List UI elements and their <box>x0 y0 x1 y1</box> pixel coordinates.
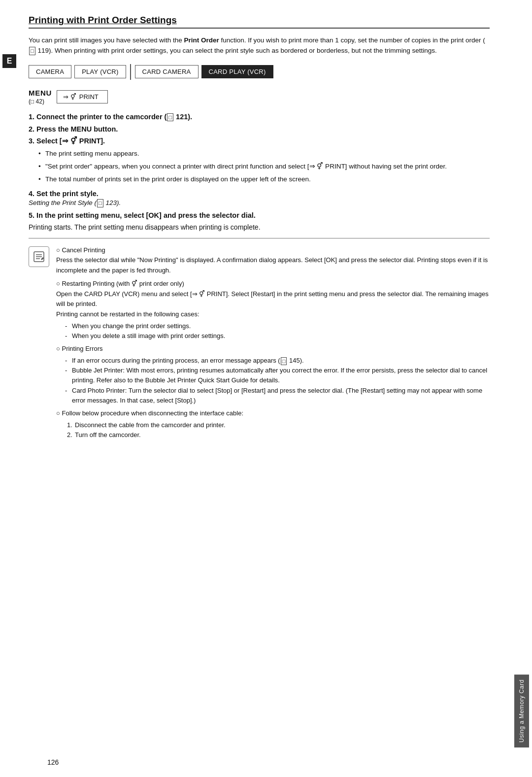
restarting-body: Open the CARD PLAY (VCR) menu and select… <box>56 290 489 308</box>
menu-row: MENU (□ 42) ⇒ ⚥ PRINT <box>29 89 490 105</box>
sidebar-label: Using a Memory Card <box>514 675 529 747</box>
step-2: 2. Press the MENU button. <box>29 125 490 133</box>
note-cancel-printing: ○ Cancel Printing Press the selector dia… <box>56 245 490 276</box>
restarting-sub: Printing cannot be restarted in the foll… <box>56 310 200 318</box>
divider <box>29 238 490 238</box>
restarting-title: ○ Restarting Printing (with ⚥ print orde… <box>56 280 184 287</box>
note-disconnect-procedure: ○ Follow below procedure when disconnect… <box>56 408 490 440</box>
tab-card-play-vcr[interactable]: CARD PLAY (VCR) <box>201 65 273 78</box>
step-3-bullets: The print setting menu appears. "Set pri… <box>38 149 490 185</box>
restarting-dash-list: When you change the print order settings… <box>65 321 490 341</box>
page-number: 126 <box>47 758 59 766</box>
error-dash-1: If an error occurs during the printing p… <box>65 356 490 366</box>
errors-title: ○ Printing Errors <box>56 345 103 352</box>
step-4-sub: Setting the Print Style (□ 123). <box>29 199 490 207</box>
tab-card-camera[interactable]: CARD CAMERA <box>135 65 199 78</box>
disconnect-title: ○ Follow below procedure when disconnect… <box>56 409 243 417</box>
cancel-printing-title: ○ Cancel Printing <box>56 246 105 254</box>
step-3-title: 3. Select [⇒ ⚥ PRINT]. <box>29 137 490 145</box>
mode-tabs: CAMERA PLAY (VCR) CARD CAMERA CARD PLAY … <box>29 64 490 80</box>
bullet-2: "Set print order" appears, when you conn… <box>38 162 490 172</box>
step-5-title: 5. In the print setting menu, select [OK… <box>29 211 490 219</box>
right-sidebar: Using a Memory Card <box>514 0 532 777</box>
page-title: Printing with Print Order Settings <box>29 15 490 29</box>
steps-section: 1. Connect the printer to the camcorder … <box>29 113 490 231</box>
print-arrow-icon: ⇒ ⚥ <box>63 93 76 101</box>
cancel-printing-body: Press the selector dial while "Now Print… <box>56 256 488 274</box>
error-dash-3: Card Photo Printer: Turn the selector di… <box>65 386 490 405</box>
menu-label: MENU <box>29 89 52 97</box>
step-5-sub: Printing starts. The print setting menu … <box>29 223 490 231</box>
note-icon <box>29 246 49 267</box>
content-area: Printing with Print Order Settings You c… <box>19 0 514 777</box>
restart-dash-2: When you delete a still image with print… <box>65 331 490 341</box>
step-4-title: 4. Set the print style. <box>29 190 490 198</box>
tab-separator <box>130 64 131 80</box>
menu-box: ⇒ ⚥ PRINT <box>57 90 108 103</box>
menu-box-text: PRINT <box>79 93 99 101</box>
menu-sub: (□ 42) <box>29 98 44 105</box>
disconnect-step-2: 2.Turn off the camcorder. <box>67 430 490 440</box>
note-content: ○ Cancel Printing Press the selector dia… <box>56 245 490 443</box>
bullet-3: The total number of prints set in the pr… <box>38 174 490 185</box>
tab-camera[interactable]: CAMERA <box>29 65 71 78</box>
e-label: E <box>2 54 16 68</box>
intro-paragraph: You can print still images you have sele… <box>29 35 490 56</box>
bullet-1: The print setting menu appears. <box>38 149 490 159</box>
tab-play-vcr[interactable]: PLAY (VCR) <box>74 65 126 78</box>
note-restarting-printing: ○ Restarting Printing (with ⚥ print orde… <box>56 279 490 341</box>
left-tab: E <box>0 0 19 777</box>
errors-dash-list: If an error occurs during the printing p… <box>65 356 490 405</box>
disconnect-step-1: 1.Disconnect the cable from the camcorde… <box>67 420 490 430</box>
note-printing-errors: ○ Printing Errors If an error occurs dur… <box>56 344 490 405</box>
step-1: 1. Connect the printer to the camcorder … <box>29 113 490 121</box>
menu-label-block: MENU (□ 42) <box>29 89 52 105</box>
note-box: ○ Cancel Printing Press the selector dia… <box>29 245 490 443</box>
error-dash-2: Bubble Jet Printer: With most errors, pr… <box>65 366 490 385</box>
disconnect-numbered-list: 1.Disconnect the cable from the camcorde… <box>67 420 490 440</box>
restart-dash-1: When you change the print order settings… <box>65 321 490 331</box>
